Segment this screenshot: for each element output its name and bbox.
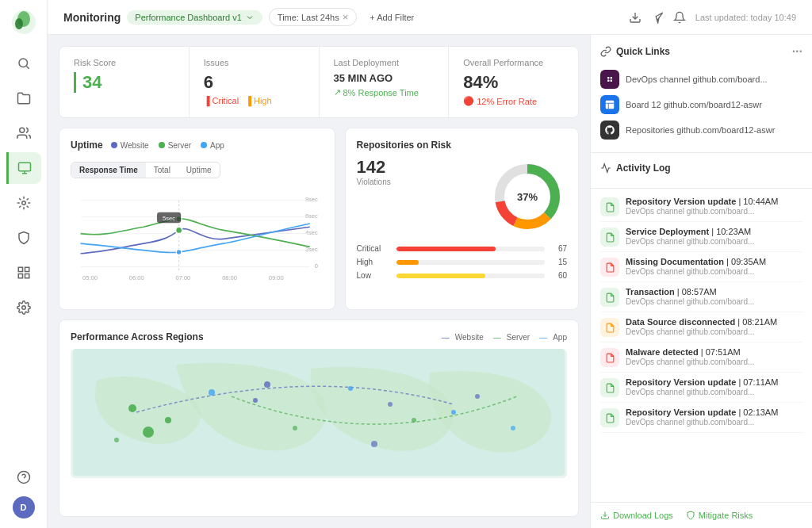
svg-text:0: 0: [315, 262, 318, 270]
map-legend-app: —App: [539, 333, 567, 342]
sidebar-item-settings[interactable]: [8, 292, 40, 323]
dashboard-selector[interactable]: Performance Dashboard v1: [127, 10, 262, 25]
sidebar-item-search[interactable]: [8, 48, 40, 79]
board-icon: [600, 95, 619, 114]
sidebar-item-files[interactable]: [8, 82, 40, 114]
mitigate-risks-button[interactable]: Mitigate Risks: [686, 511, 753, 520]
svg-marker-18: [656, 13, 663, 21]
close-filter-icon[interactable]: ×: [343, 11, 349, 23]
svg-point-57: [475, 394, 480, 399]
risk-score-value: 34: [74, 72, 174, 93]
sidebar-item-apps[interactable]: [8, 257, 40, 289]
svg-text:5sec: 5sec: [163, 215, 175, 222]
svg-rect-62: [611, 77, 612, 78]
svg-point-51: [253, 398, 258, 403]
map-svg: [71, 349, 567, 476]
quick-link-board-text: Board 12 github.com/board12-aswr: [626, 100, 762, 109]
map-legend-server: —Server: [493, 333, 530, 342]
sidebar-item-monitoring[interactable]: [6, 152, 41, 184]
activity-content-6: Repository Version update | 07:11AM DevO…: [626, 377, 802, 397]
critical-badge: ▐Critical: [204, 96, 239, 105]
activity-list: Repository Version update | 10:44AM DevO…: [591, 189, 812, 502]
time-filter[interactable]: Time: Last 24hs ×: [269, 8, 357, 26]
svg-point-5: [19, 128, 24, 132]
activity-item-1: Service Deployment | 10:23AM DevOps chan…: [600, 222, 802, 252]
svg-point-49: [114, 438, 119, 442]
tab-uptime[interactable]: Uptime: [178, 163, 220, 178]
performance-card: Overall Performance 84% 🔴12% Error Rate: [449, 47, 578, 117]
activity-icon-6: [600, 378, 619, 397]
uptime-tabs: Response Time Total Uptime: [71, 162, 220, 178]
svg-point-50: [209, 389, 215, 396]
quick-link-board[interactable]: Board 12 github.com/board12-aswr: [600, 92, 802, 117]
sidebar-item-security[interactable]: [8, 222, 40, 254]
tab-response-time[interactable]: Response Time: [71, 163, 146, 178]
svg-text:07:00: 07:00: [175, 274, 190, 281]
svg-point-47: [165, 417, 171, 423]
svg-point-35: [175, 227, 182, 233]
activity-item-4: Data Source disconnected | 08:21AM DevOp…: [600, 312, 802, 342]
risk-stats: 142 Violations: [357, 157, 477, 186]
quick-links-more[interactable]: ···: [792, 44, 802, 59]
svg-point-59: [371, 441, 377, 447]
world-map: [71, 349, 567, 478]
risk-count: 142: [357, 157, 477, 178]
svg-text:37%: 37%: [517, 191, 538, 203]
uptime-chart-area: 8sec 6sec 4sec 2sec 0 05:00 06:00 07:00 …: [71, 185, 324, 298]
activity-icon-5: [600, 348, 619, 367]
quick-links-title: Quick Links ···: [600, 44, 802, 59]
activity-log-section: Activity Log Repository Version update |…: [591, 153, 812, 528]
sidebar-item-team[interactable]: [8, 117, 40, 149]
svg-point-53: [348, 386, 353, 391]
svg-point-55: [412, 418, 416, 423]
issues-label: Issues: [204, 58, 304, 67]
activity-item-7: Repository Version update | 02:13AM DevO…: [600, 403, 802, 433]
quick-link-slack[interactable]: DevOps channel github.com/board...: [600, 67, 802, 92]
svg-text:8sec: 8sec: [305, 196, 318, 203]
quick-link-repo[interactable]: Repositories github.com/board12-aswr: [600, 117, 802, 143]
quick-link-repo-text: Repositories github.com/board12-aswr: [626, 125, 775, 135]
download-icon[interactable]: [629, 11, 642, 24]
svg-point-9: [21, 201, 25, 205]
share-icon[interactable]: [651, 11, 664, 24]
activity-item-2: Missing Documentation | 09:35AM DevOps c…: [600, 252, 802, 282]
activity-content-4: Data Source disconnected | 08:21AM DevOp…: [626, 317, 802, 337]
activity-content-1: Service Deployment | 10:23AM DevOps chan…: [626, 227, 802, 247]
uptime-svg: 8sec 6sec 4sec 2sec 0 05:00 06:00 07:00 …: [71, 185, 324, 296]
uptime-legend: Website Server App: [111, 141, 224, 150]
activity-log-header: Activity Log: [591, 153, 812, 189]
github-icon: [600, 121, 619, 140]
activity-content-0: Repository Version update | 10:44AM DevO…: [626, 197, 802, 216]
svg-point-58: [511, 426, 515, 430]
activity-icon-2: [600, 258, 619, 277]
activity-item-5: Malware detected | 07:51AM DevOps channe…: [600, 342, 802, 373]
high-badge: ▐High: [245, 96, 271, 105]
map-legend-website: —Website: [442, 333, 484, 342]
activity-footer: Download Logs Mitigate Risks: [591, 502, 812, 528]
tab-total[interactable]: Total: [146, 163, 178, 178]
app-logo: [11, 10, 36, 35]
activity-item-6: Repository Version update | 07:11AM DevO…: [600, 373, 802, 403]
activity-log-title: Activity Log: [600, 163, 802, 174]
download-logs-button[interactable]: Download Logs: [600, 511, 673, 520]
map-legend: —Website —Server —App: [442, 333, 567, 342]
sidebar-item-deploy[interactable]: [8, 187, 40, 219]
risk-bar-high: High 15: [357, 258, 567, 266]
svg-point-14: [21, 306, 25, 310]
notification-icon[interactable]: [673, 11, 686, 24]
map-card: Performance Across Regions —Website —Ser…: [59, 319, 579, 517]
svg-text:05:00: 05:00: [82, 274, 98, 281]
slack-icon: [600, 70, 619, 89]
svg-rect-63: [607, 80, 609, 82]
charts-row: Uptime Website Server App Response Time …: [59, 128, 579, 310]
sidebar-item-help[interactable]: [8, 461, 40, 493]
legend-app: App: [201, 141, 224, 150]
risk-score-card: Risk Score 34: [59, 47, 190, 117]
avatar[interactable]: D: [13, 496, 35, 518]
svg-rect-13: [18, 274, 22, 278]
svg-point-2: [15, 18, 23, 29]
last-updated: Last updated: today 10:49: [695, 13, 796, 22]
activity-content-5: Malware detected | 07:51AM DevOps channe…: [626, 347, 802, 367]
risk-chart-card: Repositories on Risk 142 Violations: [345, 128, 579, 310]
add-filter-button[interactable]: + Add Filter: [363, 10, 420, 25]
